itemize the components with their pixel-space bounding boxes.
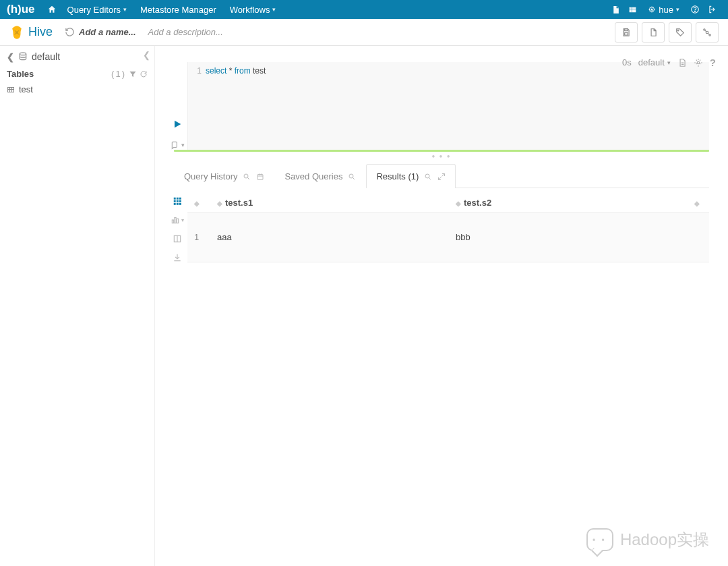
columns-icon[interactable] xyxy=(173,234,182,244)
col-header-s1[interactable]: ◆test.s1 xyxy=(210,194,449,213)
row-index: 1 xyxy=(187,213,210,262)
main-layout: ❮ ❮ default Tables (1) test 0s default▾ … xyxy=(0,46,728,566)
run-button[interactable] xyxy=(172,119,183,130)
svg-rect-26 xyxy=(172,220,173,223)
svg-point-10 xyxy=(20,53,26,55)
help-icon[interactable] xyxy=(690,5,700,14)
user-label: hue xyxy=(659,5,673,15)
svg-rect-21 xyxy=(177,200,179,202)
svg-rect-22 xyxy=(179,200,181,202)
editor-toolbar: 0s default▾ ? xyxy=(622,57,716,68)
svg-point-6 xyxy=(677,30,679,31)
sql-code[interactable]: select * from test xyxy=(206,66,709,146)
line-number: 1 xyxy=(188,66,206,146)
tables-count: (1) xyxy=(111,69,126,79)
nav-workflows[interactable]: Workflows▾ xyxy=(230,5,276,15)
svg-point-1 xyxy=(651,9,653,11)
collapse-sidebar-icon[interactable]: ❮ xyxy=(143,50,150,60)
svg-rect-0 xyxy=(630,7,636,12)
result-tabs: Query History Saved Queries Results (1) xyxy=(174,163,709,188)
svg-rect-25 xyxy=(179,203,181,205)
format-icon[interactable] xyxy=(677,58,687,67)
svg-rect-14 xyxy=(257,174,263,179)
help-icon[interactable]: ? xyxy=(710,57,716,68)
chevron-down-icon: ▾ xyxy=(676,6,679,13)
tab-query-history[interactable]: Query History xyxy=(174,164,274,188)
svg-point-12 xyxy=(697,61,700,64)
save-button[interactable] xyxy=(615,22,638,43)
chart-view-icon[interactable]: ▾ xyxy=(171,215,184,225)
svg-rect-5 xyxy=(625,32,628,35)
tags-button[interactable] xyxy=(669,22,692,43)
chevron-down-icon: ▾ xyxy=(123,6,127,13)
table-item-test[interactable]: test xyxy=(7,84,148,94)
svg-rect-28 xyxy=(177,219,178,223)
table-name: test xyxy=(19,84,33,94)
search-icon[interactable] xyxy=(243,173,251,181)
svg-rect-27 xyxy=(175,218,176,223)
tab-saved-queries[interactable]: Saved Queries xyxy=(274,164,366,188)
svg-rect-20 xyxy=(174,200,176,202)
search-icon[interactable] xyxy=(424,173,432,181)
sql-editor[interactable]: 1 select * from test xyxy=(187,62,709,150)
main-panel: 0s default▾ ? ▾ 1 select * from test ● ●… xyxy=(155,46,728,566)
download-icon[interactable] xyxy=(173,253,182,262)
nav-label: Workflows xyxy=(230,5,270,15)
sort-icon[interactable]: ◆ xyxy=(694,200,700,207)
tab-results[interactable]: Results (1) xyxy=(366,164,456,188)
table-icon[interactable] xyxy=(628,5,637,14)
results-panel: ▾ ◆ ◆test.s1 ◆test.s2 ◆ 1 aaa xyxy=(167,194,709,262)
svg-rect-23 xyxy=(174,203,176,205)
nav-label: Query Editors xyxy=(67,5,121,15)
tables-heading: Tables xyxy=(7,69,34,79)
breadcrumb[interactable]: ❮ default xyxy=(7,51,148,62)
gear-icon[interactable] xyxy=(694,58,703,67)
sort-icon[interactable]: ◆ xyxy=(456,200,461,207)
watermark: • • • Hadoop实操 xyxy=(586,528,709,551)
refresh-icon[interactable] xyxy=(140,70,148,78)
database-name: default xyxy=(32,51,60,62)
grid-view-icon[interactable] xyxy=(173,196,182,206)
results-table: ◆ ◆test.s1 ◆test.s2 ◆ 1 aaa bbb xyxy=(187,194,709,262)
description-input[interactable]: Add a description... xyxy=(148,27,223,37)
svg-point-13 xyxy=(244,174,248,178)
col-header-s2[interactable]: ◆test.s2 xyxy=(449,194,688,213)
expand-icon[interactable] xyxy=(437,173,446,181)
file-icon[interactable] xyxy=(611,5,620,14)
editor-header: Hive Add a name... Add a description... xyxy=(0,19,728,46)
svg-point-16 xyxy=(425,174,429,178)
sort-icon[interactable]: ◆ xyxy=(217,200,222,207)
calendar-icon[interactable] xyxy=(256,173,264,181)
engine-label: Hive xyxy=(28,25,53,39)
chevron-left-icon[interactable]: ❮ xyxy=(7,52,14,62)
home-icon[interactable] xyxy=(47,5,57,14)
svg-point-8 xyxy=(704,28,705,30)
svg-rect-18 xyxy=(177,198,179,200)
svg-rect-19 xyxy=(179,198,181,200)
svg-point-3 xyxy=(695,11,696,11)
filter-icon[interactable] xyxy=(129,70,137,78)
sort-icon[interactable]: ◆ xyxy=(194,200,200,207)
signout-icon[interactable] xyxy=(708,5,717,14)
database-selector[interactable]: default▾ xyxy=(638,57,671,67)
nav-metastore[interactable]: Metastore Manager xyxy=(140,5,216,15)
history-icon[interactable] xyxy=(65,27,75,37)
drag-dots-icon[interactable]: ● ● ● xyxy=(155,153,728,159)
nav-query-editors[interactable]: Query Editors▾ xyxy=(67,5,127,15)
logo[interactable]: (h)ue xyxy=(7,3,35,16)
explain-icon[interactable]: ▾ xyxy=(171,140,185,150)
cell: bbb xyxy=(449,213,688,262)
svg-point-15 xyxy=(349,174,353,178)
hive-icon xyxy=(9,25,24,40)
resize-handle[interactable] xyxy=(174,150,709,152)
settings-button[interactable] xyxy=(696,22,719,43)
table-icon xyxy=(7,86,15,94)
sidebar: ❮ ❮ default Tables (1) test xyxy=(0,46,155,566)
svg-rect-4 xyxy=(625,28,628,30)
svg-rect-24 xyxy=(177,203,179,205)
table-row[interactable]: 1 aaa bbb xyxy=(187,213,709,262)
new-file-button[interactable] xyxy=(642,22,665,43)
nav-user[interactable]: hue▾ xyxy=(648,5,679,15)
search-icon[interactable] xyxy=(348,173,356,181)
name-input[interactable]: Add a name... xyxy=(79,27,136,37)
